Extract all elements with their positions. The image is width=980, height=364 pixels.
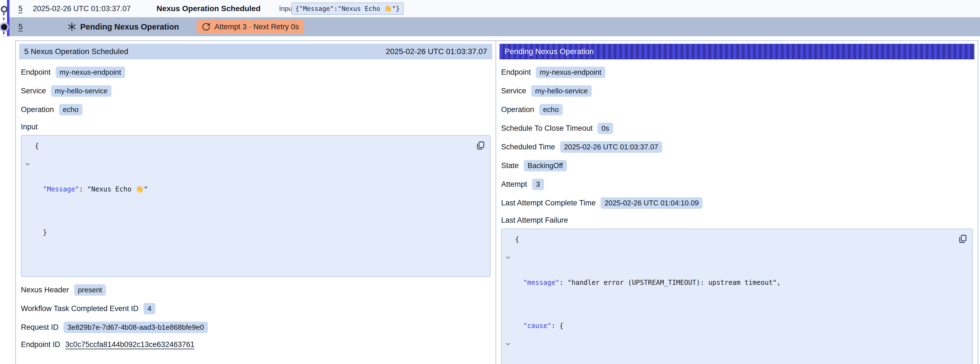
detail-field-row: Attempt 3 [501, 179, 973, 190]
detail-field-row: Workflow Task Completed Event ID 4 [21, 303, 490, 315]
copy-icon[interactable] [958, 233, 967, 244]
detail-field-row: Schedule To Close Timeout 0s [501, 123, 973, 134]
field-value-chip: 2025-02-26 UTC 01:04:10.09 [601, 197, 703, 209]
field-value-chip: my-hello-service [51, 85, 111, 97]
field-value-chip: present [74, 284, 106, 296]
endpoint-id-link[interactable]: 3c0c75ccfa8144b092c13ce632463761 [65, 340, 194, 349]
failure-block-label: Last Attempt Failure [501, 216, 973, 225]
field-value-chip: 2025-02-26 UTC 01:03:37.07 [560, 141, 662, 153]
field-value-chip: my-nexus-endpoint [56, 67, 125, 78]
field-value-chip: echo [59, 104, 83, 115]
failure-json-block: { "message": "handler error (UPSTREAM_TI… [501, 228, 973, 364]
field-label: Endpoint ID [21, 340, 60, 349]
detail-field-row: Request ID 3e829b7e-7d67-4b08-aad3-b1e86… [21, 322, 490, 333]
pending-asterisk-icon [67, 22, 77, 32]
json-text: } [43, 228, 47, 236]
retry-badge-label: Attempt 3 · Next Retry 0s [215, 22, 299, 31]
detail-field-row: Last Attempt Complete Time 2025-02-26 UT… [501, 197, 973, 209]
event-timestamp: 2025-02-26 UTC 01:03:37.07 [33, 5, 130, 13]
json-key: "Message" [43, 185, 79, 193]
copy-icon[interactable] [476, 140, 485, 151]
json-line: { [25, 141, 473, 185]
endpoint-id-row: Endpoint ID 3c0c75ccfa8144b092c13ce63246… [21, 340, 490, 349]
field-value-chip: 3 [532, 179, 544, 190]
field-value-chip: 0s [598, 123, 613, 134]
input-preview-chip[interactable]: {"Message":"Nexus Echo 👋"} [291, 3, 404, 15]
event-id-link[interactable]: 5 [18, 22, 22, 31]
detail-field-row: Service my-hello-service [501, 85, 973, 97]
detail-field-row: Scheduled Time 2025-02-26 UTC 01:03:37.0… [501, 141, 973, 153]
field-label: Endpoint [501, 68, 531, 77]
json-key: "message" [523, 279, 559, 287]
input-json-block: { "Message": "Nexus Echo 👋" } [21, 135, 490, 277]
json-line: { [506, 235, 956, 278]
json-line: "Message": "Nexus Echo 👋" [25, 185, 473, 228]
field-label: Schedule To Close Timeout [501, 124, 592, 133]
field-value-chip: echo [539, 104, 563, 115]
detail-field-row: Service my-hello-service [21, 85, 490, 97]
input-block-label: Input [21, 123, 490, 131]
json-text: : "handler error (UPSTREAM_TIMEOUT): ups… [559, 279, 781, 287]
event-row-pending[interactable]: 5 Pending Nexus Operation Attempt 3 · Ne… [10, 17, 980, 36]
pending-panel-header: Pending Nexus Operation [500, 44, 974, 59]
field-value-chip: BackingOff [524, 160, 567, 171]
event-row-scheduled[interactable]: 5 2025-02-26 UTC 01:03:37.07 Nexus Opera… [10, 0, 980, 17]
json-line: "message": "handler error (UPSTREAM_TIME… [506, 278, 956, 321]
pending-operation-panel: Pending Nexus Operation Endpoint my-nexu… [496, 41, 978, 364]
scheduled-panel-title: 5 Nexus Operation Scheduled [24, 47, 129, 56]
field-label: Request ID [21, 323, 59, 332]
detail-field-row: Operation echo [501, 104, 973, 115]
field-label: State [501, 161, 519, 170]
timeline-current-dot-marker [1, 24, 7, 30]
timeline-open-circle-marker [1, 6, 8, 13]
field-label: Scheduled Time [501, 143, 555, 151]
event-detail-container: 5 Nexus Operation Scheduled 2025-02-26 U… [15, 40, 978, 364]
field-label: Attempt [501, 180, 527, 189]
field-label: Operation [501, 105, 534, 114]
retry-icon [202, 22, 211, 31]
field-label: Endpoint [21, 68, 51, 77]
pending-panel-title: Pending Nexus Operation [504, 47, 594, 56]
collapse-chevron-icon[interactable] [25, 141, 35, 185]
scheduled-panel-timestamp: 2025-02-26 UTC 01:03:37.07 [386, 47, 487, 56]
field-value-chip: 3e829b7e-7d67-4b08-aad3-b1e868bfe9e0 [64, 322, 208, 333]
field-label: Service [21, 87, 46, 95]
json-text: : { [551, 322, 563, 330]
json-line: "cause": { [506, 321, 956, 364]
field-value-chip: my-nexus-endpoint [536, 67, 605, 78]
field-label: Last Attempt Complete Time [501, 199, 596, 208]
detail-field-row: State BackingOff [501, 160, 973, 171]
event-title: Pending Nexus Operation [80, 22, 179, 32]
collapse-chevron-icon[interactable] [506, 321, 515, 364]
json-text: { [515, 236, 519, 243]
retry-badge: Attempt 3 · Next Retry 0s [197, 20, 304, 34]
selected-event-indicator-bar [7, 0, 10, 36]
scheduled-event-panel: 5 Nexus Operation Scheduled 2025-02-26 U… [16, 41, 496, 364]
collapse-chevron-icon[interactable] [506, 235, 515, 278]
detail-field-row: Operation echo [21, 104, 490, 115]
scheduled-panel-header: 5 Nexus Operation Scheduled 2025-02-26 U… [19, 44, 492, 59]
event-title: Nexus Operation Scheduled [157, 4, 261, 13]
json-line: } [25, 228, 473, 271]
field-label: Service [501, 87, 526, 95]
json-text: : "Nexus Echo 👋" [79, 185, 148, 193]
event-id-link[interactable]: 5 [18, 5, 22, 13]
field-value-chip: 4 [143, 303, 155, 315]
field-label: Workflow Task Completed Event ID [21, 304, 138, 313]
field-label: Operation [21, 105, 54, 114]
detail-field-row: Endpoint my-nexus-endpoint [21, 67, 490, 78]
json-key: "cause" [523, 322, 551, 330]
field-value-chip: my-hello-service [531, 85, 592, 97]
field-label: Nexus Header [21, 286, 69, 294]
detail-field-row: Endpoint my-nexus-endpoint [501, 67, 973, 78]
json-text: { [35, 142, 39, 150]
detail-field-row: Nexus Header present [21, 284, 490, 296]
